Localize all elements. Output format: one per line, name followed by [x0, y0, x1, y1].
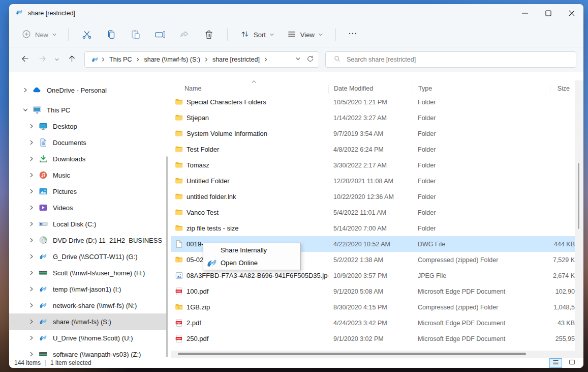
vertical-scrollbar-thumb[interactable] — [578, 163, 579, 229]
minimize-button[interactable] — [513, 4, 537, 22]
breadcrumb-chevron-icon — [135, 56, 141, 63]
file-row[interactable]: System Volume Information9/7/2019 3:54 A… — [171, 126, 575, 141]
file-date-modified: 8/30/2020 4:15 PM — [328, 304, 413, 311]
status-divider — [45, 360, 46, 366]
plus-circle-icon — [21, 29, 32, 39]
breadcrumb-item[interactable]: share (\\mwf-fs) (S:) — [142, 56, 202, 63]
context-menu-item[interactable]: Share Internally — [203, 244, 300, 256]
file-type: JPEG File — [413, 272, 550, 279]
column-header-name[interactable]: Name — [171, 85, 328, 94]
sidebar-item[interactable]: DVD Drive (D:) 11_21H2_BUSINESS_VOL_x64F… — [9, 232, 167, 248]
copy-button[interactable] — [99, 25, 123, 44]
file-name: 1GB.zip — [187, 303, 210, 311]
details-view-button[interactable] — [549, 358, 562, 368]
file-date-modified: 10/5/2020 1:21 PM — [328, 99, 413, 106]
file-row[interactable]: PDF250.pdf9/1/2020 3:02 PMMicrosoft Edge… — [171, 331, 575, 347]
paste-button[interactable] — [123, 25, 148, 44]
sidebar-item[interactable]: G_Drive (\\SCOTT-W11) (G:) — [9, 248, 167, 265]
titlebar: share [restricted] — [9, 4, 583, 22]
file-row[interactable]: Test Folder4/8/2022 6:24 PMFolder — [171, 141, 575, 157]
file-row[interactable]: Stjepan1/14/2022 3:27 AMFolder — [171, 110, 575, 126]
toolbar-icon-group — [75, 25, 221, 44]
back-button[interactable] — [16, 51, 34, 68]
file-row[interactable]: 1GB.zip8/30/2020 4:15 PMCompressed (zipp… — [171, 299, 575, 315]
content-area: OneDrive - PersonalThis PCDesktopDocumen… — [9, 72, 583, 358]
sidebar-item[interactable]: U_Drive (\\home.Scott) (U:) — [9, 330, 167, 346]
chevron-right-icon — [28, 156, 35, 162]
maximize-button[interactable] — [537, 4, 560, 22]
sidebar-item[interactable]: Scott (\\mwf-fs\user_home) (H:) — [9, 265, 167, 281]
see-more-button[interactable] — [342, 25, 363, 44]
file-date-modified: 4/24/2023 3:42 PM — [328, 320, 413, 327]
cut-button[interactable] — [75, 25, 99, 44]
sidebar-item[interactable]: This PC — [9, 102, 167, 118]
file-name: zip file tests - size — [187, 224, 239, 232]
navigation-scrollbar[interactable] — [166, 156, 168, 357]
this-pc-icon — [33, 105, 42, 115]
search-icon — [333, 54, 342, 63]
view-icon — [287, 29, 297, 39]
file-name: 100.pdf — [187, 288, 208, 295]
sidebar-item[interactable]: OneDrive - Personal — [9, 82, 167, 98]
sidebar-item-label: This PC — [47, 106, 70, 114]
share-button[interactable] — [172, 25, 197, 44]
chevron-right-icon — [28, 205, 35, 211]
chevron-right-icon — [28, 123, 35, 129]
address-bar[interactable]: This PCshare (\\mwf-fs) (S:)share [restr… — [84, 51, 319, 68]
file-date-modified: 5/2/2022 1:38 AM — [328, 256, 413, 264]
toolbar: New Sort View — [9, 22, 583, 47]
sidebar-item[interactable]: Pictures — [9, 183, 167, 199]
icons-view-icon — [568, 358, 576, 366]
sidebar-item[interactable]: Documents — [9, 134, 167, 151]
view-button[interactable]: View — [281, 26, 329, 44]
file-row[interactable]: zip file tests - size5/14/2020 7:00 AMFo… — [171, 220, 575, 236]
rename-button[interactable] — [148, 25, 172, 44]
column-header-type[interactable]: Type — [413, 85, 550, 94]
new-button[interactable]: New — [16, 26, 62, 44]
breadcrumb-item[interactable]: This PC — [107, 56, 134, 63]
sidebar-item[interactable]: temp (\\mwf-jason1) (I:) — [9, 281, 167, 297]
sidebar-item[interactable]: software (\\wanpath-vs03) (Z:) — [9, 346, 167, 358]
sidebar-item[interactable]: share (\\mwf-fs) (S:) — [9, 313, 167, 330]
large-icons-view-button[interactable] — [566, 358, 578, 368]
file-row[interactable]: PDF100.pdf9/1/2020 5:08 AMMicrosoft Edge… — [171, 283, 575, 299]
column-header-size[interactable]: Size — [550, 85, 575, 94]
recent-locations-button[interactable] — [51, 51, 63, 68]
file-row[interactable]: 512MB_2.zip10/2/2019 5:07 PMCompressed (… — [171, 347, 575, 351]
context-menu-item-label: Open Online — [221, 259, 258, 267]
context-menu-item[interactable]: Open Online — [203, 256, 300, 269]
onedrive-cloud-icon — [33, 85, 42, 95]
file-row[interactable]: Vanco Test5/4/2022 11:01 AMFolder — [171, 205, 575, 220]
vertical-scrollbar[interactable] — [575, 80, 583, 351]
file-row[interactable]: PDF2.pdf4/24/2023 3:42 PMMicrosoft Edge … — [171, 315, 575, 331]
sidebar-item-label: Pictures — [53, 188, 77, 195]
sidebar-item[interactable]: Videos — [9, 199, 167, 216]
sidebar-item[interactable]: Downloads — [9, 151, 167, 167]
file-size: 7,529 K — [550, 256, 575, 264]
refresh-button[interactable] — [306, 54, 315, 65]
sidebar-item-label: Desktop — [53, 123, 77, 130]
search-input-placeholder: Search share [restricted] — [347, 56, 416, 63]
file-row[interactable]: Special Characters Folders10/5/2020 1:21… — [171, 94, 575, 110]
file-row[interactable]: untitled folder.lnk10/22/2020 12:36 AMFo… — [171, 189, 575, 205]
sidebar-item[interactable]: Local Disk (C:) — [9, 216, 167, 232]
chevron-right-icon — [28, 237, 35, 243]
sort-button[interactable]: Sort — [234, 26, 281, 44]
sidebar-item[interactable]: Desktop — [9, 118, 167, 134]
breadcrumb-item[interactable]: share [restricted] — [210, 56, 262, 63]
chevron-down-icon — [318, 32, 323, 37]
horizontal-scrollbar-thumb[interactable] — [178, 353, 526, 355]
sidebar-item[interactable]: Music — [9, 167, 167, 183]
horizontal-scrollbar[interactable] — [171, 351, 583, 358]
forward-button[interactable] — [34, 51, 51, 68]
close-button[interactable] — [560, 4, 583, 22]
sidebar-item[interactable]: network-share (\\mwf-fs) (N:) — [9, 297, 167, 313]
column-header-date-modified[interactable]: Date Modified — [328, 85, 413, 94]
delete-button[interactable] — [197, 25, 221, 44]
up-button[interactable] — [63, 51, 80, 68]
file-type: Compressed (zipped) Folder — [413, 304, 550, 311]
file-row[interactable]: Untitled Folder12/20/2021 11:08 AMFolder — [171, 173, 575, 189]
search-box[interactable]: Search share [restricted] — [325, 51, 576, 68]
folder-icon — [175, 161, 183, 169]
file-row[interactable]: Tomasz3/30/2022 2:17 AMFolder — [171, 157, 575, 173]
